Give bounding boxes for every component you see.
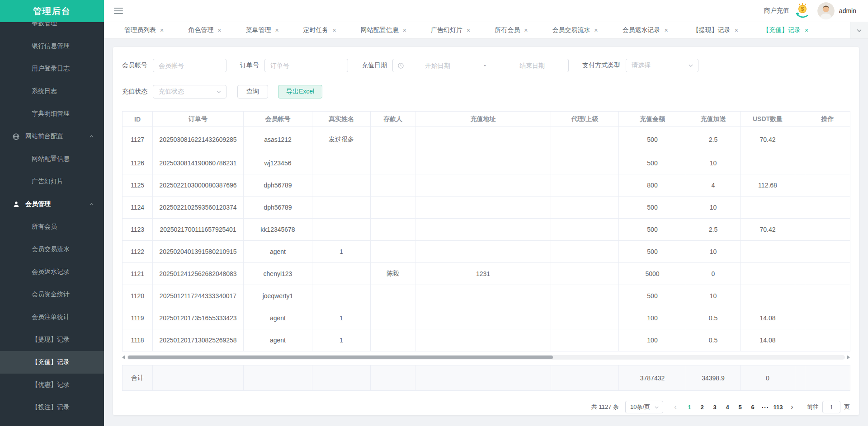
- page-size-value: 10条/页: [630, 403, 654, 411]
- close-tab-icon[interactable]: ×: [333, 27, 336, 33]
- page-number[interactable]: 1: [683, 404, 696, 411]
- tab-item[interactable]: 角色管理×: [176, 22, 233, 38]
- date-end-input[interactable]: [500, 62, 564, 69]
- tab-list-dropdown[interactable]: [850, 22, 868, 38]
- table-row: 11222025020401391580210915agent150010: [123, 241, 850, 263]
- date-start-input[interactable]: [406, 62, 469, 69]
- close-tab-icon[interactable]: ×: [805, 27, 808, 33]
- export-excel-button[interactable]: 导出Excel: [278, 85, 322, 98]
- coin-hand-icon[interactable]: $: [794, 3, 811, 19]
- page-number[interactable]: 5: [734, 404, 746, 411]
- table-cell: [415, 241, 551, 263]
- chevron-down-icon: [654, 405, 659, 410]
- menu-toggle-icon[interactable]: [114, 8, 123, 14]
- page-number[interactable]: 113: [772, 404, 784, 411]
- table-cell: 5000: [619, 263, 686, 285]
- table-cell: [371, 127, 415, 152]
- tab-item[interactable]: 菜单管理×: [233, 22, 291, 38]
- table-cell: 112.68: [741, 174, 795, 197]
- scroll-right-arrow-icon[interactable]: [847, 355, 850, 360]
- page-number[interactable]: 4: [721, 404, 734, 411]
- sidebar-item[interactable]: 字典明细管理: [0, 103, 104, 125]
- sidebar-item[interactable]: 用户登录日志: [0, 57, 104, 80]
- scrollbar-track[interactable]: [127, 355, 845, 360]
- status-select[interactable]: 充值状态: [153, 85, 226, 98]
- table-cell: agent: [244, 307, 312, 329]
- user-avatar[interactable]: [817, 2, 835, 19]
- sidebar: 参数管理银行信息管理用户登录日志系统日志字典明细管理网站前台配置网站配置信息广告…: [0, 22, 104, 426]
- pages-ellipsis[interactable]: ···: [759, 404, 772, 411]
- sidebar-item[interactable]: 会员交易流水: [0, 238, 104, 261]
- sidebar-item[interactable]: 系统日志: [0, 80, 104, 103]
- order-input[interactable]: [264, 59, 348, 72]
- jump-prefix-label: 前往: [807, 403, 819, 411]
- table-cell: wj123456: [244, 152, 312, 174]
- summary-cell: [371, 365, 415, 391]
- account-input[interactable]: [153, 59, 226, 72]
- table-cell: [805, 219, 850, 241]
- tab-item[interactable]: 网站配置信息×: [349, 22, 419, 38]
- username-label[interactable]: admin: [839, 7, 856, 14]
- sidebar-item[interactable]: 所有会员: [0, 215, 104, 238]
- scrollbar-thumb[interactable]: [128, 356, 553, 359]
- next-page-icon[interactable]: ›: [787, 403, 797, 411]
- sidebar-item[interactable]: 会员注单统计: [0, 306, 104, 328]
- column-header: 代理/上级: [551, 112, 619, 127]
- pay-type-select[interactable]: 请选择: [626, 59, 698, 72]
- table-cell: 1118: [123, 329, 153, 351]
- sidebar-item[interactable]: 会员管理: [0, 193, 104, 215]
- page-number[interactable]: 6: [746, 404, 759, 411]
- page-size-select[interactable]: 10条/页: [625, 401, 663, 413]
- table-row: 11232025021700111657925401kk123456785002…: [123, 219, 850, 241]
- table-cell: 1125: [123, 174, 153, 197]
- tab-item[interactable]: 所有会员×: [482, 22, 540, 38]
- sidebar-item-label: 【充值】记录: [32, 358, 70, 366]
- sidebar-item[interactable]: 网站配置信息: [0, 148, 104, 170]
- close-tab-icon[interactable]: ×: [467, 27, 470, 33]
- sidebar-item[interactable]: 【投注】记录: [0, 396, 104, 419]
- close-tab-icon[interactable]: ×: [594, 27, 598, 33]
- sidebar-item[interactable]: 会员返水记录: [0, 261, 104, 283]
- table-cell: kk12345678: [244, 219, 312, 241]
- sidebar-item-label: 用户登录日志: [32, 65, 70, 73]
- search-button[interactable]: 查询: [237, 85, 268, 98]
- sidebar-item[interactable]: 【提现】记录: [0, 328, 104, 351]
- sidebar-item[interactable]: 【优惠】记录: [0, 374, 104, 396]
- table-cell: 1124: [123, 197, 153, 219]
- close-tab-icon[interactable]: ×: [217, 27, 221, 33]
- table-cell: [805, 307, 850, 329]
- tab-item[interactable]: 会员交易流水×: [540, 22, 610, 38]
- sidebar-item[interactable]: 银行信息管理: [0, 35, 104, 57]
- sidebar-item[interactable]: 广告幻灯片: [0, 170, 104, 193]
- close-tab-icon[interactable]: ×: [160, 27, 164, 33]
- table-cell: [551, 174, 619, 197]
- tab-label: 菜单管理: [245, 26, 271, 34]
- sidebar-item[interactable]: 参数管理: [0, 22, 104, 35]
- sidebar-item[interactable]: 【充值】记录: [0, 351, 104, 374]
- merchant-recharge-link[interactable]: 商户充值: [764, 7, 789, 15]
- tab-item[interactable]: 【提现】记录×: [680, 22, 750, 38]
- column-header: 充值地址: [415, 112, 551, 127]
- jump-page-input[interactable]: [822, 401, 840, 413]
- close-tab-icon[interactable]: ×: [735, 27, 738, 33]
- close-tab-icon[interactable]: ×: [403, 27, 406, 33]
- tab-item[interactable]: 管理员列表×: [112, 22, 176, 38]
- column-header: 会员帐号: [244, 112, 312, 127]
- horizontal-scrollbar: [122, 354, 850, 360]
- tab-item[interactable]: 【充值】记录×: [750, 22, 821, 38]
- sidebar-item[interactable]: 会员资金统计: [0, 283, 104, 306]
- sidebar-item[interactable]: 网站前台配置: [0, 125, 104, 148]
- close-tab-icon[interactable]: ×: [275, 27, 278, 33]
- table-cell: [551, 241, 619, 263]
- tab-item[interactable]: 会员返水记录×: [610, 22, 680, 38]
- tab-item[interactable]: 定时任务×: [291, 22, 349, 38]
- prev-page-icon[interactable]: ‹: [670, 403, 680, 411]
- close-tab-icon[interactable]: ×: [524, 27, 528, 33]
- date-range-picker[interactable]: -: [392, 59, 569, 72]
- scroll-left-arrow-icon[interactable]: [122, 355, 125, 360]
- page-number[interactable]: 2: [696, 404, 708, 411]
- close-tab-icon[interactable]: ×: [665, 27, 668, 33]
- table-cell: 500: [619, 285, 686, 307]
- page-number[interactable]: 3: [708, 404, 721, 411]
- tab-item[interactable]: 广告幻灯片×: [419, 22, 482, 38]
